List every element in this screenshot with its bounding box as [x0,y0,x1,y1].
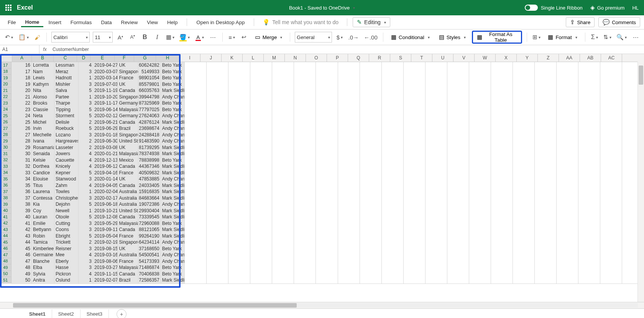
cell[interactable] [426,87,447,94]
cell[interactable]: 2019-05-04 [93,233,118,240]
cell[interactable]: 50 [12,277,32,284]
cell[interactable]: Kimberlee [32,246,54,252]
cell[interactable]: Otoole [54,214,79,221]
cell[interactable] [535,100,557,107]
cell[interactable]: Beto Yark [161,69,185,75]
cell[interactable] [557,208,578,215]
cell[interactable] [600,239,622,246]
cell[interactable] [338,239,360,246]
cell[interactable] [316,239,338,246]
row-header[interactable]: 49 [0,264,12,271]
cell[interactable] [557,226,578,233]
cell[interactable]: 73339545 [138,214,161,221]
cell[interactable]: Oslund [54,277,79,284]
cell[interactable] [382,208,404,215]
grid-rows[interactable]: 1716LorrettaLessman42019-04-27UK60624282… [0,62,644,302]
cell[interactable] [185,233,207,240]
cell[interactable] [447,87,469,94]
cell[interactable] [338,125,360,132]
cell[interactable]: 2019-06-21 [93,119,118,126]
cell[interactable]: 5 [79,214,94,221]
cell[interactable] [272,125,294,132]
cell[interactable] [426,239,447,246]
cell[interactable] [447,62,469,69]
cell[interactable] [600,151,622,157]
cell[interactable] [382,94,404,101]
cell[interactable]: Malayasia [118,264,138,271]
cell[interactable]: 2020-03-07 [93,69,118,75]
cell[interactable] [491,214,513,221]
fill-color-button[interactable]: 🪣▾ [179,32,191,42]
cell[interactable]: Jowers [54,151,79,157]
cell[interactable]: 3 [79,220,94,227]
cell[interactable] [228,163,250,170]
cell[interactable] [557,214,578,221]
cell[interactable]: 2019-06-14 [93,107,118,113]
cell[interactable] [426,201,447,208]
cell[interactable]: 2019-04-16 [93,170,118,177]
cell[interactable]: 3 [79,81,94,88]
cell[interactable]: Knicely [54,163,79,170]
cell[interactable] [294,277,316,284]
cell[interactable]: 1 [79,208,94,215]
cell[interactable] [447,214,469,221]
cell[interactable] [513,75,535,82]
cell[interactable] [207,144,228,151]
cell[interactable]: Sylvia [32,271,54,278]
cell[interactable] [294,100,316,107]
cell[interactable]: 2019-05-29 [93,220,118,227]
cell[interactable] [557,258,578,265]
cell[interactable] [207,246,228,252]
cell[interactable] [404,144,426,151]
cell[interactable]: 71486874 [138,264,161,271]
cell[interactable] [557,264,578,271]
cell[interactable] [360,87,382,94]
row-header[interactable]: 36 [0,182,12,189]
cell[interactable]: 87325969 [138,100,161,107]
cell[interactable] [469,69,491,75]
cell[interactable] [491,119,513,126]
cell[interactable] [360,119,382,126]
cell[interactable] [382,125,404,132]
cell[interactable] [404,138,426,145]
app-launcher-icon[interactable] [5,5,12,11]
merge-button[interactable]: ▭Merge▾ [252,32,286,42]
cell[interactable] [469,125,491,132]
cell[interactable] [535,189,557,195]
cell[interactable] [382,100,404,107]
column-header[interactable]: K [222,54,243,62]
cell[interactable]: Towles [54,189,79,195]
row-header[interactable]: 24 [0,107,12,113]
editing-mode-dropdown[interactable]: ✎ Editing ▾ [353,17,390,27]
cell[interactable] [426,246,447,252]
cell[interactable] [382,107,404,113]
cell[interactable] [272,100,294,107]
cell[interactable]: Mark Siedling [161,226,185,233]
cell[interactable]: 91483590 [138,138,161,145]
decrease-decimal-button[interactable]: .0→ [347,32,360,42]
cell[interactable] [578,113,600,120]
cell[interactable] [535,69,557,75]
cell[interactable]: 5149933 [138,69,161,75]
cell[interactable]: 2019-12-13 [93,157,118,164]
cell[interactable] [535,144,557,151]
cell[interactable] [360,69,382,75]
cell[interactable] [360,195,382,202]
cell[interactable] [316,107,338,113]
cell[interactable] [250,69,272,75]
cell[interactable] [447,182,469,189]
cell[interactable]: Storment [54,113,79,120]
cell[interactable] [250,125,272,132]
cell[interactable]: France [118,258,138,265]
cell[interactable]: Canada [118,119,138,126]
cell[interactable] [557,107,578,113]
cell[interactable]: Andy Charman [161,252,185,259]
cell[interactable]: 5 [79,125,94,132]
cell[interactable] [228,252,250,259]
cell[interactable] [600,201,622,208]
cell[interactable] [469,226,491,233]
column-header[interactable]: S [390,54,411,62]
cell[interactable] [404,208,426,215]
cell[interactable] [228,81,250,88]
cell[interactable]: Brazil [118,277,138,284]
